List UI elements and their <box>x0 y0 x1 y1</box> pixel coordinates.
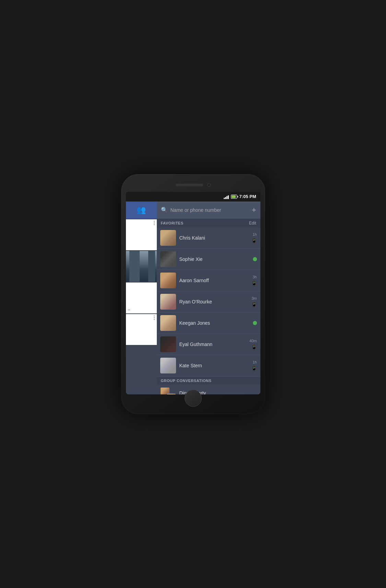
contact-time: 3m <box>252 296 257 300</box>
favorites-edit-button[interactable]: Edit <box>249 221 256 226</box>
favorites-header: FAVORITES Edit <box>157 219 260 228</box>
contact-name: Ryan O'Rourke <box>179 299 241 304</box>
search-icon: 🔍 <box>161 207 168 213</box>
contact-status: 40m 📱 <box>245 339 257 350</box>
signal-icon <box>224 194 229 199</box>
contact-name: Sophie Xie <box>179 256 241 262</box>
speaker <box>176 184 203 186</box>
sidebar-item-1[interactable] <box>126 219 157 250</box>
contact-name: Keegan Jones <box>179 320 241 326</box>
device-icon: 📱 <box>251 238 257 243</box>
contact-avatar <box>160 251 176 267</box>
groups-label: GROUP CONVERSATIONS <box>161 379 212 383</box>
contact-status <box>245 321 257 325</box>
favorite-contact-item[interactable]: Sophie Xie <box>157 249 260 270</box>
contact-status: 1h 📱 <box>245 232 257 243</box>
device-icon: 📱 <box>251 302 257 307</box>
favorites-label: FAVORITES <box>161 221 184 225</box>
contact-info: Sophie Xie <box>179 256 241 262</box>
search-input[interactable] <box>171 207 249 213</box>
contact-name: Kate Stern <box>179 363 241 368</box>
group-conversation-item[interactable]: Dinner Party Kevin, Keegan, Lucy <box>157 385 260 394</box>
contact-name: Aaron Sarnoff <box>179 278 241 283</box>
contact-avatar <box>160 294 176 310</box>
favorite-contact-item[interactable]: Ryan O'Rourke 3m 📱 <box>157 291 260 313</box>
phone-frame: 7:05 PM 👥 <box>121 174 265 414</box>
online-status-dot <box>253 257 257 261</box>
contacts-icon: 👥 <box>137 206 146 215</box>
contact-info: Chris Kalani <box>179 235 241 241</box>
main-content: 🔍 + FAVORITES Edit Chris Kalani 1h <box>157 201 260 394</box>
contact-time: 40m <box>249 339 257 343</box>
search-bar: 🔍 + <box>157 201 260 219</box>
sidebar-item-3[interactable]: nt <box>126 283 157 313</box>
status-bar: 7:05 PM <box>126 192 260 201</box>
favorite-contact-item[interactable]: Keegan Jones <box>157 313 260 334</box>
contact-status: 1h 📱 <box>245 360 257 371</box>
sidebar-item-2[interactable] <box>126 251 157 282</box>
group-avatar <box>160 387 176 394</box>
contact-info: Kate Stern <box>179 363 241 368</box>
contact-avatar <box>160 273 176 288</box>
contact-avatar <box>160 336 176 352</box>
phone-screen: 7:05 PM 👥 <box>126 192 260 394</box>
online-status-dot <box>253 321 257 325</box>
favorite-contact-item[interactable]: Chris Kalani 1h 📱 <box>157 228 260 249</box>
battery-icon <box>231 195 237 199</box>
contacts-list: FAVORITES Edit Chris Kalani 1h 📱 Sophie … <box>157 219 260 394</box>
phone-top <box>126 180 260 190</box>
contact-info: Keegan Jones <box>179 320 241 326</box>
contact-status <box>245 257 257 261</box>
sidebar-item-4[interactable] <box>126 314 157 345</box>
contact-time: 1h <box>253 232 257 237</box>
status-time: 7:05 PM <box>239 194 256 199</box>
contact-status: 3h 📱 <box>245 275 257 286</box>
add-contact-button[interactable]: + <box>252 206 256 215</box>
device-icon: 📱 <box>251 344 257 350</box>
front-camera <box>207 183 211 187</box>
contact-avatar <box>160 315 176 331</box>
home-button[interactable] <box>185 390 202 407</box>
sidebar: 👥 <box>126 201 157 394</box>
favorite-contact-item[interactable]: Aaron Sarnoff 3h 📱 <box>157 270 260 291</box>
favorite-contact-item[interactable]: Eyal Guthmann 40m 📱 <box>157 334 260 355</box>
contact-time: 3h <box>253 275 257 279</box>
favorites-list: Chris Kalani 1h 📱 Sophie Xie Aaron Sarno… <box>157 228 260 377</box>
app-content: 👥 <box>126 201 260 394</box>
contact-status: 3m 📱 <box>245 296 257 307</box>
device-icon: 📱 <box>251 366 257 371</box>
contact-info: Aaron Sarnoff <box>179 278 241 283</box>
device-icon: 📱 <box>251 280 257 286</box>
contact-time: 1h <box>253 360 257 364</box>
contact-avatar <box>160 230 176 246</box>
contact-name: Eyal Guthmann <box>179 342 241 347</box>
contact-info: Eyal Guthmann <box>179 342 241 347</box>
favorite-contact-item[interactable]: Kate Stern 1h 📱 <box>157 355 260 377</box>
sidebar-header[interactable]: 👥 <box>126 201 157 219</box>
contact-name: Chris Kalani <box>179 235 241 241</box>
contact-avatar <box>160 358 176 373</box>
contact-info: Ryan O'Rourke <box>179 299 241 304</box>
groups-header: GROUP CONVERSATIONS <box>157 377 260 385</box>
groups-list: Dinner Party Kevin, Keegan, Lucy Getting… <box>157 385 260 394</box>
